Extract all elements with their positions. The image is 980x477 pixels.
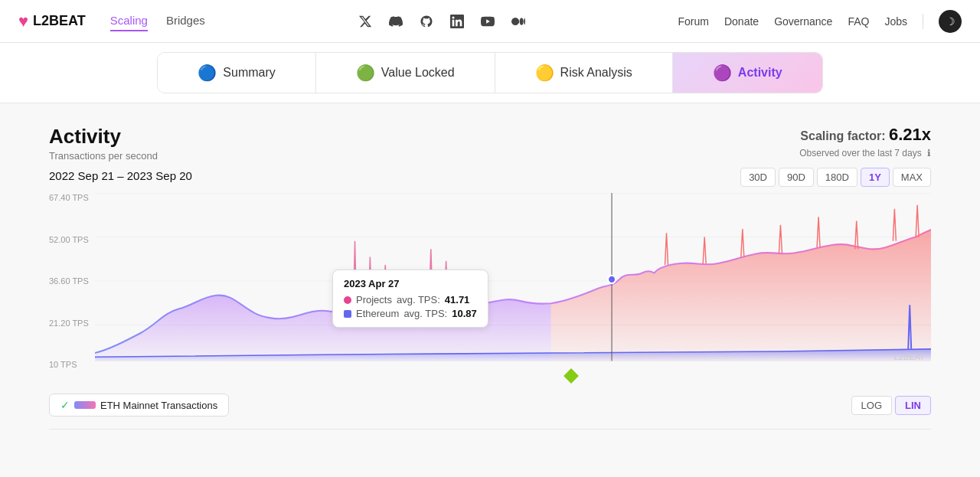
time-range-buttons: 30D 90D 180D 1Y MAX [740,168,931,187]
y-label-4: 21.20 TPS [49,319,89,328]
tab-risk-analysis[interactable]: 🟡 Risk Analysis [495,53,673,93]
lin-scale-button[interactable]: LIN [895,396,931,415]
activity-icon: 🟣 [713,64,732,82]
scaling-observed: Observed over the last 7 days ℹ [740,148,931,158]
time-180d-button[interactable]: 180D [817,168,858,187]
tab-summary[interactable]: 🔵 Summary [158,53,315,93]
info-icon[interactable]: ℹ [927,148,931,158]
discord-icon[interactable] [387,13,404,30]
nav-scaling[interactable]: Scaling [110,11,148,31]
activity-title-block: Activity Transactions per second 2022 Se… [49,125,192,182]
value-locked-icon: 🟢 [356,64,375,82]
time-1y-button[interactable]: 1Y [861,168,890,187]
forum-link[interactable]: Forum [678,15,709,28]
time-90d-button[interactable]: 90D [779,168,814,187]
divider [923,14,923,29]
legend-row: ✓ ETH Mainnet Transactions LOG LIN [49,387,931,423]
tabs-bar: 🔵 Summary 🟢 Value Locked 🟡 Risk Analysis… [0,43,980,103]
tabs-container: 🔵 Summary 🟢 Value Locked 🟡 Risk Analysis… [157,52,822,93]
tab-activity[interactable]: 🟣 Activity [673,53,822,93]
summary-icon: 🔵 [198,64,217,82]
risk-analysis-icon: 🟡 [535,64,554,82]
navbar: ♥ L2BEAT Scaling Bridges Forum Donate Go… [0,0,980,43]
linkedin-icon[interactable] [449,13,466,30]
activity-date-range: 2022 Sep 21 – 2023 Sep 20 [49,169,192,182]
donate-link[interactable]: Donate [724,15,759,28]
nav-social [357,13,527,30]
github-icon[interactable] [418,13,435,30]
main-content: Activity Transactions per second 2022 Se… [31,103,949,430]
activity-header: Activity Transactions per second 2022 Se… [49,125,931,187]
y-axis-labels: 67.40 TPS 52.00 TPS 36.60 TPS 21.20 TPS … [49,193,89,369]
tab-risk-analysis-label: Risk Analysis [560,66,632,80]
logo-heart-icon: ♥ [18,11,28,31]
scaling-block: Scaling factor: 6.21x Observed over the … [740,125,931,187]
chart-svg [95,193,931,369]
bottom-divider [49,429,931,430]
tab-value-locked-label: Value Locked [381,66,455,80]
y-label-2: 52.00 TPS [49,235,89,244]
medium-icon[interactable] [510,13,527,30]
scale-buttons: LOG LIN [851,396,931,415]
svg-point-6 [608,276,616,283]
youtube-icon[interactable] [479,13,496,30]
eth-mainnet-legend-item[interactable]: ✓ ETH Mainnet Transactions [49,394,229,417]
scaling-label-text: Scaling factor: [800,129,885,142]
logo[interactable]: ♥ L2BEAT [18,11,86,31]
nav-left: ♥ L2BEAT Scaling Bridges [18,11,205,31]
time-30d-button[interactable]: 30D [740,168,776,187]
logo-text: L2BEAT [33,13,86,29]
cursor-diamond-marker [564,368,579,384]
governance-link[interactable]: Governance [774,15,832,28]
activity-chart: 67.40 TPS 52.00 TPS 36.60 TPS 21.20 TPS … [49,193,931,369]
log-scale-button[interactable]: LOG [851,396,892,415]
nav-links: Scaling Bridges [110,11,205,31]
activity-subtitle: Transactions per second [49,150,192,162]
legend-gradient-icon [74,401,96,409]
time-max-button[interactable]: MAX [893,168,931,187]
scaling-value: 6.21x [889,125,931,144]
y-label-top: 67.40 TPS [49,193,89,202]
tab-value-locked[interactable]: 🟢 Value Locked [316,53,495,93]
tab-summary-label: Summary [223,66,275,80]
twitter-icon[interactable] [357,13,374,30]
tab-activity-label: Activity [738,66,782,80]
jobs-link[interactable]: Jobs [884,15,907,28]
faq-link[interactable]: FAQ [848,15,869,28]
y-label-3: 36.60 TPS [49,276,89,286]
page-title: Activity [49,125,192,149]
theme-toggle-button[interactable]: ☽ [939,10,962,33]
legend-label: ETH Mainnet Transactions [100,400,217,411]
nav-right: Forum Donate Governance FAQ Jobs ☽ [678,10,962,33]
y-label-bottom: 10 TPS [49,360,89,369]
scaling-label: Scaling factor: 6.21x [740,125,931,145]
chart-watermark: L2BEAT [894,352,925,361]
nav-bridges[interactable]: Bridges [166,11,205,31]
legend-check-icon: ✓ [60,399,70,411]
